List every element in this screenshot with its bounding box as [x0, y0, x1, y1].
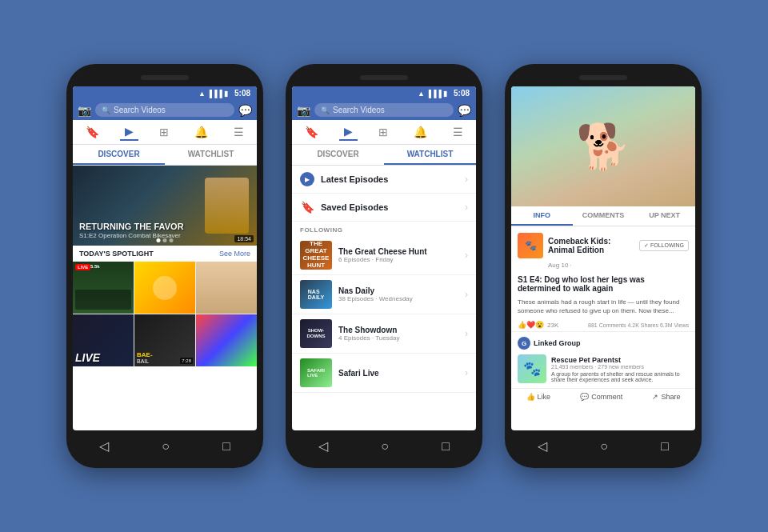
view-tabs-2: DISCOVER WATCHLIST: [292, 145, 476, 166]
share-label: Share: [661, 393, 680, 401]
nav-save-icon-1[interactable]: 🔖: [81, 124, 104, 140]
live-text-icon: LIVE: [75, 351, 100, 364]
spotlight-item-baseball[interactable]: LIVE 5.5k: [73, 262, 134, 314]
group-row[interactable]: 🐾 Rescue Pet Parentst 21,493 members · 2…: [518, 354, 689, 383]
camera-icon-1[interactable]: 📷: [78, 104, 91, 117]
spotlight-item-live[interactable]: LIVE: [73, 314, 134, 366]
tab-up-next[interactable]: UP NEXT: [634, 206, 695, 226]
watchlist-latest-episodes[interactable]: ▶ Latest Episodes ›: [292, 166, 476, 194]
phone-2-screen: ▲ ▐▐▐ ▮ 5:08 📷 🔍 Search Videos 💬 🔖 ▶ ⊞: [292, 86, 476, 430]
live-count-1: 5.5k: [90, 264, 100, 269]
phone-speaker-1: [141, 75, 189, 80]
following-item-safari[interactable]: SAFARILIVE Safari Live ›: [292, 354, 476, 393]
comment-button[interactable]: 💬 Comment: [580, 393, 622, 401]
chevron-nas: ›: [465, 289, 468, 300]
thumb-safari: SAFARILIVE: [300, 358, 332, 387]
dot-2: [163, 238, 167, 242]
nav-play-icon-2[interactable]: ▶: [339, 123, 358, 141]
dot-1: [157, 238, 161, 242]
following-info-nas: Nas Daily 38 Episodes · Wednesday: [338, 286, 465, 302]
like-label: Like: [538, 393, 551, 401]
search-bar-1[interactable]: 🔍 Search Videos: [95, 103, 234, 117]
show-thumb: 🐾: [518, 233, 543, 258]
phone-speaker-3: [579, 75, 627, 80]
search-icon-2: 🔍: [321, 106, 330, 114]
phone-home-bar-3: ◁ ○ □: [511, 430, 695, 457]
following-item-nas[interactable]: NASDAILY Nas Daily 38 Episodes · Wednesd…: [292, 275, 476, 314]
fb-nav-1: 🔖 ▶ ⊞ 🔔 ☰: [73, 120, 257, 145]
following-name-cheese: The Great Cheese Hunt: [338, 247, 465, 256]
battery-icon-2: ▮: [443, 90, 447, 98]
nav-grid-icon-2[interactable]: ⊞: [374, 124, 393, 140]
camera-icon-2[interactable]: 📷: [297, 104, 310, 117]
linked-group-section: G Linked Group 🐾 Rescue Pet Parentst 21,…: [511, 332, 695, 388]
home-icon-2[interactable]: ○: [381, 439, 389, 454]
bookmark-icon: 🔖: [300, 200, 314, 214]
home-icon-3[interactable]: ○: [600, 439, 608, 454]
spotlight-item-yellow[interactable]: [134, 262, 195, 314]
share-button[interactable]: ↗ Share: [652, 393, 680, 401]
recents-icon-2[interactable]: □: [442, 439, 450, 454]
like-button[interactable]: 👍 Like: [526, 393, 551, 401]
hero-text-1: RETURNING THE FAVOR S1:E2 Operation Comb…: [79, 222, 184, 239]
tab-discover-1[interactable]: DISCOVER: [73, 145, 165, 165]
nav-play-icon-1[interactable]: ▶: [120, 123, 138, 141]
hero-title-1: RETURNING THE FAVOR: [79, 222, 184, 232]
latest-episodes-icon: ▶: [300, 172, 314, 186]
spotlight-header-1: TODAY'S SPOTLIGHT See More: [73, 246, 257, 262]
show-row: 🐾 Comeback Kids: Animal Edition ✓ FOLLOW…: [518, 233, 689, 258]
chevron-safari: ›: [465, 367, 468, 378]
tab-watchlist-2[interactable]: WATCHLIST: [384, 145, 476, 165]
show-date: Aug 10 ·: [548, 262, 689, 269]
nav-list-icon-2[interactable]: ☰: [448, 124, 468, 140]
following-name-safari: Safari Live: [338, 369, 465, 378]
back-icon-3[interactable]: ◁: [538, 438, 547, 454]
nav-bell-icon-1[interactable]: 🔔: [190, 124, 213, 140]
thumb-cheese: THEGREATCHEESEHUNT: [300, 241, 332, 270]
following-header: FOLLOWING: [292, 222, 476, 236]
home-icon-1[interactable]: ○: [162, 439, 170, 454]
phone-speaker-2: [360, 75, 408, 80]
see-more-1[interactable]: See More: [219, 250, 250, 258]
messenger-icon-2[interactable]: 💬: [458, 104, 471, 117]
following-button[interactable]: ✓ FOLLOWING: [639, 240, 689, 251]
watchlist-saved-episodes[interactable]: 🔖 Saved Episodes ›: [292, 194, 476, 222]
signal-icon-1: ▐▐▐: [207, 90, 222, 98]
search-bar-2[interactable]: 🔍 Search Videos: [314, 103, 454, 117]
spotlight-grid-1: LIVE 5.5k LIVE BAE-: [73, 262, 257, 366]
messenger-icon-1[interactable]: 💬: [238, 104, 252, 117]
tab-discover-2[interactable]: DISCOVER: [292, 145, 384, 165]
tab-watchlist-1[interactable]: WATCHLIST: [165, 145, 257, 165]
like-icon: 👍: [526, 393, 535, 401]
share-icon: ↗: [652, 393, 658, 401]
tab-comments[interactable]: COMMENTS: [573, 206, 634, 226]
nav-list-icon-1[interactable]: ☰: [229, 124, 249, 140]
nav-bell-icon-2[interactable]: 🔔: [409, 124, 432, 140]
reaction-count: 23K: [547, 322, 585, 329]
recents-icon-1[interactable]: □: [222, 439, 230, 454]
search-icon-1: 🔍: [102, 106, 110, 114]
spotlight-item-bae[interactable]: BAE- BAIL 7:28: [134, 314, 195, 366]
hero-video-1[interactable]: RETURNING THE FAVOR S1:E2 Operation Comb…: [73, 166, 257, 246]
fb-toolbar-1: 📷 🔍 Search Videos 💬: [73, 100, 257, 120]
nav-save-icon-2[interactable]: 🔖: [300, 124, 323, 140]
tab-info[interactable]: INFO: [511, 206, 573, 226]
recents-icon-3[interactable]: □: [661, 439, 669, 454]
following-item-cheese[interactable]: THEGREATCHEESEHUNT The Great Cheese Hunt…: [292, 236, 476, 275]
wifi-icon-2: ▲: [418, 90, 425, 98]
following-item-showdown[interactable]: SHOW-DOWNS The Showdown 4 Episodes · Tue…: [292, 314, 476, 354]
following-info-safari: Safari Live: [338, 369, 465, 378]
back-icon-2[interactable]: ◁: [318, 438, 328, 454]
comment-label: Comment: [591, 393, 622, 401]
nav-grid-icon-1[interactable]: ⊞: [154, 124, 174, 140]
following-info-cheese: The Great Cheese Hunt 6 Episodes · Frida…: [338, 247, 465, 263]
video-hero-3[interactable]: 🐕: [511, 86, 695, 206]
back-icon-1[interactable]: ◁: [99, 438, 109, 454]
saved-episodes-icon: 🔖: [300, 200, 314, 214]
following-name-showdown: The Showdown: [338, 326, 465, 334]
spotlight-item-colorful[interactable]: [196, 314, 257, 366]
spotlight-item-portrait[interactable]: [196, 262, 257, 314]
group-info: Rescue Pet Parentst 21,493 members · 279…: [551, 356, 689, 382]
phone-home-bar-1: ◁ ○ □: [73, 430, 257, 457]
phone-home-bar-2: ◁ ○ □: [292, 430, 476, 457]
